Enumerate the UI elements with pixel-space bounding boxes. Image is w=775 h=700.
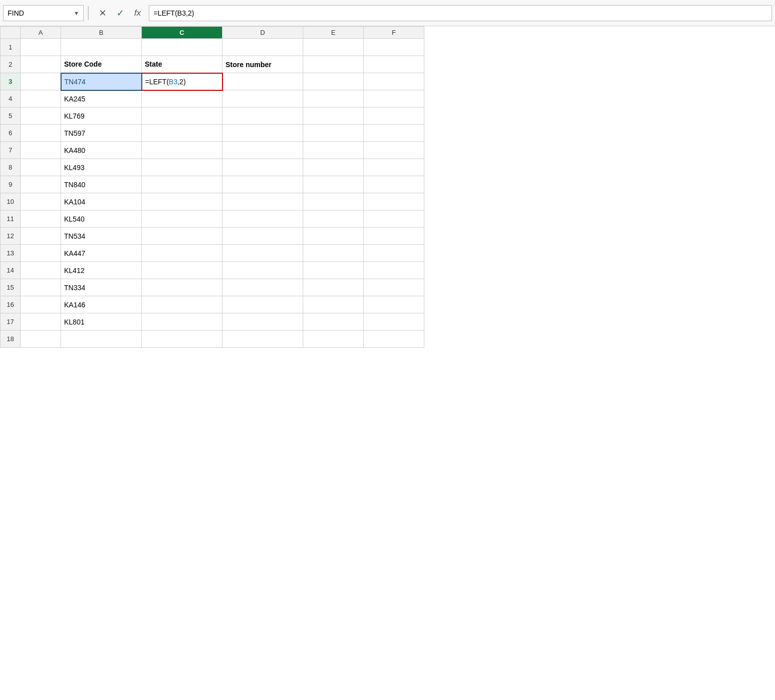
col-header-e[interactable]: E [303,27,364,39]
cell-F3[interactable] [364,73,424,90]
cell-C17[interactable] [142,313,223,331]
cell-C10[interactable] [142,193,223,210]
cell-D7[interactable] [223,142,303,159]
cell-A1[interactable] [21,39,61,56]
cell-D16[interactable] [223,296,303,313]
cell-E7[interactable] [303,142,364,159]
cell-A14[interactable] [21,262,61,279]
cell-E13[interactable] [303,245,364,262]
col-header-d[interactable]: D [223,27,303,39]
cell-B16[interactable]: KA146 [61,296,142,313]
cell-C2[interactable]: State [142,56,223,73]
cell-A7[interactable] [21,142,61,159]
cell-C18[interactable] [142,331,223,348]
cell-B4[interactable]: KA245 [61,90,142,107]
cell-D6[interactable] [223,125,303,142]
cell-A17[interactable] [21,313,61,331]
cell-A3[interactable] [21,73,61,90]
cell-F14[interactable] [364,262,424,279]
cell-C11[interactable] [142,210,223,228]
cell-E8[interactable] [303,159,364,176]
cell-C14[interactable] [142,262,223,279]
cell-B10[interactable]: KA104 [61,193,142,210]
cell-B15[interactable]: TN334 [61,279,142,296]
row-header-16[interactable]: 16 [1,296,21,313]
cell-E17[interactable] [303,313,364,331]
cell-F13[interactable] [364,245,424,262]
cell-A16[interactable] [21,296,61,313]
name-box[interactable]: FIND ▼ [3,5,84,21]
confirm-icon[interactable]: ✓ [114,7,127,20]
cell-B13[interactable]: KA447 [61,245,142,262]
cell-B5[interactable]: KL769 [61,107,142,125]
row-header-3[interactable]: 3 [1,73,21,90]
cell-B8[interactable]: KL493 [61,159,142,176]
cell-C5[interactable] [142,107,223,125]
row-header-8[interactable]: 8 [1,159,21,176]
row-header-9[interactable]: 9 [1,176,21,193]
cell-F1[interactable] [364,39,424,56]
cell-F18[interactable] [364,331,424,348]
cell-A5[interactable] [21,107,61,125]
row-header-6[interactable]: 6 [1,125,21,142]
cell-A11[interactable] [21,210,61,228]
cell-D8[interactable] [223,159,303,176]
cell-D3[interactable] [223,73,303,90]
col-header-c[interactable]: C [142,27,223,39]
cell-F9[interactable] [364,176,424,193]
cell-D1[interactable] [223,39,303,56]
row-header-11[interactable]: 11 [1,210,21,228]
cell-A2[interactable] [21,56,61,73]
cell-B9[interactable]: TN840 [61,176,142,193]
cell-F17[interactable] [364,313,424,331]
cell-B6[interactable]: TN597 [61,125,142,142]
cell-A12[interactable] [21,228,61,245]
cell-E5[interactable] [303,107,364,125]
cell-B12[interactable]: TN534 [61,228,142,245]
row-header-18[interactable]: 18 [1,331,21,348]
cell-A8[interactable] [21,159,61,176]
cell-E3[interactable] [303,73,364,90]
name-box-dropdown-icon[interactable]: ▼ [74,10,79,16]
cell-A10[interactable] [21,193,61,210]
cell-D18[interactable] [223,331,303,348]
cell-D5[interactable] [223,107,303,125]
cell-C9[interactable] [142,176,223,193]
cell-B17[interactable]: KL801 [61,313,142,331]
cell-E14[interactable] [303,262,364,279]
cell-C12[interactable] [142,228,223,245]
cell-C1[interactable] [142,39,223,56]
cell-E6[interactable] [303,125,364,142]
cell-B18[interactable] [61,331,142,348]
cell-C15[interactable] [142,279,223,296]
cell-E9[interactable] [303,176,364,193]
col-header-f[interactable]: F [364,27,424,39]
cell-D17[interactable] [223,313,303,331]
cell-A9[interactable] [21,176,61,193]
cell-C7[interactable] [142,142,223,159]
cell-B14[interactable]: KL412 [61,262,142,279]
row-header-5[interactable]: 5 [1,107,21,125]
cell-B11[interactable]: KL540 [61,210,142,228]
row-header-10[interactable]: 10 [1,193,21,210]
cell-E15[interactable] [303,279,364,296]
cell-B2[interactable]: Store Code [61,56,142,73]
cell-D9[interactable] [223,176,303,193]
cell-F4[interactable] [364,90,424,107]
cell-F10[interactable] [364,193,424,210]
cell-D11[interactable] [223,210,303,228]
row-header-7[interactable]: 7 [1,142,21,159]
cell-D12[interactable] [223,228,303,245]
formula-input[interactable]: =LEFT(B3,2) [149,5,772,21]
cell-F2[interactable] [364,56,424,73]
cell-B7[interactable]: KA480 [61,142,142,159]
cell-F5[interactable] [364,107,424,125]
cell-E18[interactable] [303,331,364,348]
cell-C8[interactable] [142,159,223,176]
cell-C3[interactable]: =LEFT(B3,2) [142,73,223,90]
cell-A6[interactable] [21,125,61,142]
cell-D13[interactable] [223,245,303,262]
cell-D4[interactable] [223,90,303,107]
cell-F6[interactable] [364,125,424,142]
cell-A4[interactable] [21,90,61,107]
